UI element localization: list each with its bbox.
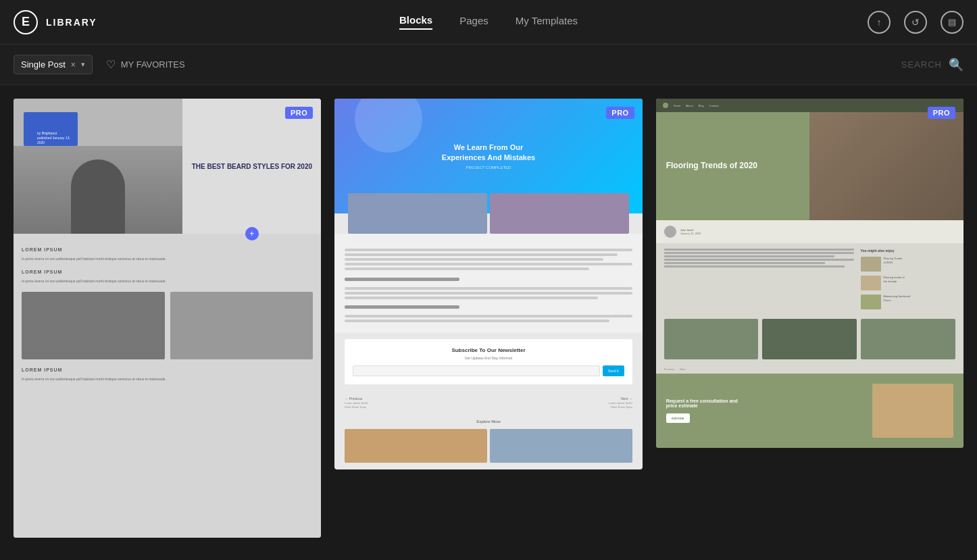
card3-menu: Home About Blog Contact <box>674 104 719 107</box>
card3-hero-title: Flooring Trends of 2020 <box>666 161 800 172</box>
filter-dropdown[interactable]: Single Post × ▾ <box>14 55 93 74</box>
template-card-2[interactable]: PRO We Learn From OurExperiences And Mis… <box>334 99 642 469</box>
upload-button[interactable]: ↑ <box>868 11 891 34</box>
card3-images-row <box>656 319 963 365</box>
card3-hero-img <box>809 112 963 220</box>
card3-side-thumb-3 <box>861 295 881 309</box>
card3-side-text-1: Flooring Trendsof 2023 <box>884 257 903 272</box>
card2-explore-label: Explore More <box>334 414 642 429</box>
card1-lorem-text-2: In porta viverra mi non pellentesque pel… <box>22 278 313 284</box>
card2-nav-row: ← PreviousLorem ipsum SmithDolor Enein T… <box>334 391 642 414</box>
logo-icon: E <box>14 10 38 34</box>
favorites-label: MY FAVORITES <box>121 59 185 70</box>
card2-newsletter-subtitle: Get Updates And Stay Informed <box>353 356 624 360</box>
template-card-3[interactable]: PRO Home About Blog Contact Flooring Tre… <box>656 99 963 448</box>
card3-img-1 <box>664 319 759 359</box>
card2-nav-previous: ← PreviousLorem ipsum SmithDolor Enein T… <box>345 397 368 409</box>
card2-text-line <box>345 258 603 261</box>
favorites-button[interactable]: ♡ MY FAVORITES <box>106 58 185 71</box>
header-left: E LIBRARY <box>14 10 97 34</box>
header-right: ↑ ↺ ▤ <box>868 11 963 34</box>
card2-hero-subtitle: PROJECT COMPLETED <box>466 166 511 170</box>
card3-nav-header: Home About Blog Contact <box>656 99 963 112</box>
card1-headline-text: THE BEST BEARD STYLES FOR 2020 <box>192 162 312 171</box>
card3-author-avatar <box>664 226 676 238</box>
card3-menu-item: Blog <box>699 104 704 107</box>
card3-logo <box>663 103 668 108</box>
card3-side-text-3: Maintaining HardwoodFloors <box>884 295 911 309</box>
card2-grid-item-1 <box>345 429 487 463</box>
card2-text-line <box>345 292 632 295</box>
card2-text-line <box>345 315 632 317</box>
card3-body: You might also enjoy Flooring Trendsof 2… <box>656 243 963 319</box>
card3-img-2 <box>762 319 857 359</box>
card3-image-captions: Previous Next <box>656 365 963 374</box>
card3-side-item-2: Flooring trends ofthe decade <box>861 276 955 290</box>
nav-pages[interactable]: Pages <box>459 15 489 29</box>
main-nav: Blocks Pages My Templates <box>399 14 578 30</box>
card2-grid-item-2 <box>490 429 632 463</box>
card3-cta-section: Request a free consultation and price es… <box>656 374 963 448</box>
card3-side-text-2: Flooring trends ofthe decade <box>884 276 905 290</box>
card2-text-line <box>345 249 632 251</box>
card3-side-item-1: Flooring Trendsof 2023 <box>861 257 955 272</box>
card2-text-line <box>345 297 597 299</box>
card2-images-row <box>348 193 628 234</box>
card2-nav-next: Next →Lorem ipsum SmithDolor Enein Topia <box>609 397 632 409</box>
card2-text-line <box>345 287 632 290</box>
save-icon: ▤ <box>948 17 956 27</box>
card2-explore-grid <box>334 429 642 469</box>
card3-cta-text: Request a free consultation and price es… <box>666 399 747 408</box>
card2-img-2 <box>490 193 629 234</box>
card2-text-line <box>345 263 632 265</box>
refresh-icon: ↺ <box>911 17 920 28</box>
card1-blue-overlay: by Brightpostpublished January 13, 2020 <box>24 112 78 146</box>
refresh-button[interactable]: ↺ <box>904 11 927 34</box>
template-card-1[interactable]: PRO by Brightpostpublished January 13, 2… <box>14 99 321 538</box>
library-title: LIBRARY <box>46 17 97 28</box>
card2-text-line <box>345 253 618 256</box>
card2-hero-title: We Learn From OurExperiences And Mistake… <box>442 143 535 163</box>
card1-body: LOREM IPSUM In porta viverra mi non pell… <box>14 234 321 538</box>
card3-cta-content: Request a free consultation and price es… <box>666 399 747 423</box>
filter-value: Single Post <box>21 59 66 70</box>
nav-blocks[interactable]: Blocks <box>399 14 432 30</box>
card3-side-thumb-1 <box>861 257 881 272</box>
card3-menu-item: Contact <box>709 104 719 107</box>
card2-send-button[interactable]: Send It <box>603 365 624 376</box>
card2-blob-decoration <box>355 99 422 153</box>
search-area: SEARCH 🔍 <box>901 57 963 72</box>
nav-my-templates[interactable]: My Templates <box>516 15 578 29</box>
card2-body <box>334 234 642 332</box>
card2-email-row: Send It <box>353 365 624 376</box>
pro-badge-3: PRO <box>928 107 955 119</box>
card2-newsletter-title: Subscribe To Our Newsletter <box>353 347 624 353</box>
filter-close-icon[interactable]: × <box>71 60 76 70</box>
card1-preview: by Brightpostpublished January 13, 2020 … <box>14 99 321 538</box>
card3-preview: Home About Blog Contact Flooring Trends … <box>656 99 963 448</box>
card3-hero-image <box>809 112 963 220</box>
card1-lorem-text-3: In porta viverra mi non pellentesque pel… <box>22 376 313 382</box>
card2-lorem-lines <box>345 249 632 270</box>
card3-cta-button[interactable]: estimate <box>666 413 690 423</box>
search-icon[interactable]: 🔍 <box>949 57 963 72</box>
card3-author-row: John SmithJanuary 12, 2020 <box>656 220 963 243</box>
card1-top: by Brightpostpublished January 13, 2020 … <box>14 99 321 234</box>
card1-headline-right: THE BEST BEARD STYLES FOR 2020 + <box>182 99 321 234</box>
upload-icon: ↑ <box>877 17 882 28</box>
card3-side-title: You might also enjoy <box>861 249 955 253</box>
card1-barber-image <box>14 146 182 234</box>
toolbar: Single Post × ▾ ♡ MY FAVORITES SEARCH 🔍 <box>0 45 977 85</box>
card2-email-input[interactable] <box>353 365 599 376</box>
save-button[interactable]: ▤ <box>941 11 963 34</box>
card1-image-row <box>22 292 313 359</box>
card1-img-2 <box>170 292 314 359</box>
card2-text-line <box>345 268 589 270</box>
card3-author-info: John SmithJanuary 12, 2020 <box>680 228 701 235</box>
heart-icon: ♡ <box>106 58 116 71</box>
card1-man-silhouette <box>71 159 125 234</box>
card2-newsletter-section: Subscribe To Our Newsletter Get Updates … <box>345 339 632 384</box>
card1-lorem-text-1: In porta viverra mi non pellentesque pel… <box>22 256 313 261</box>
search-label: SEARCH <box>901 59 942 70</box>
pro-badge-2: PRO <box>606 107 634 119</box>
